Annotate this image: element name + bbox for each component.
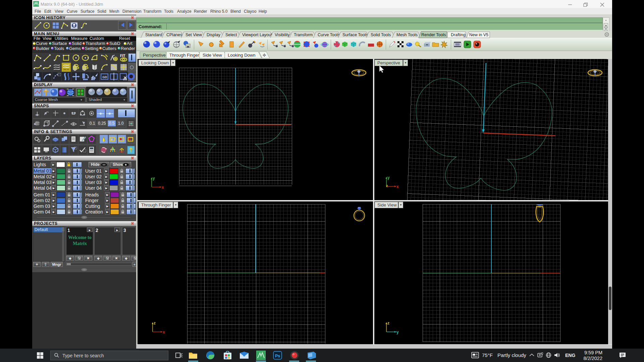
svg-text:Surface Tools: Surface Tools — [342, 33, 368, 37]
svg-text:Set View: Set View — [185, 33, 202, 37]
svg-text:Ps: Ps — [275, 354, 280, 358]
svg-text:Visibility: Visibility — [275, 33, 290, 37]
svg-text:x: x — [163, 330, 165, 335]
svg-text:y: y — [153, 176, 155, 181]
svg-text:CPlanes: CPlanes — [166, 33, 182, 37]
svg-text:Select: Select — [225, 33, 237, 37]
svg-text:y: y — [387, 175, 390, 180]
svg-text:GD: GD — [102, 75, 107, 79]
svg-text:Transform: Transform — [294, 33, 313, 37]
svg-text:Looking Down: Looking Down — [228, 53, 255, 58]
svg-text:Render Tools: Render Tools — [421, 33, 446, 37]
svg-text:✜: ✜ — [263, 53, 266, 58]
svg-text:Side View: Side View — [203, 53, 222, 58]
svg-text:z: z — [387, 321, 389, 325]
svg-text:y: y — [396, 330, 399, 335]
svg-text:Mesh Tools: Mesh Tools — [396, 33, 418, 37]
svg-text:x: x — [396, 184, 399, 189]
svg-text:Viewport Layout: Viewport Layout — [242, 33, 272, 37]
svg-text:Through Finger: Through Finger — [169, 53, 200, 58]
svg-text:FIT: FIT — [120, 54, 125, 58]
svg-text:Standard: Standard — [145, 33, 162, 37]
svg-text:z: z — [154, 321, 156, 325]
svg-text:Drafting: Drafting — [451, 33, 466, 37]
svg-text:Perspective: Perspective — [143, 53, 166, 58]
svg-text:x: x — [162, 185, 164, 190]
svg-text:New in V5: New in V5 — [469, 33, 488, 37]
svg-text:Curve Tools: Curve Tools — [318, 33, 340, 37]
svg-text:Solid Tools: Solid Tools — [371, 33, 391, 37]
svg-text:Display: Display — [207, 33, 221, 37]
svg-text:z: z — [386, 184, 388, 188]
